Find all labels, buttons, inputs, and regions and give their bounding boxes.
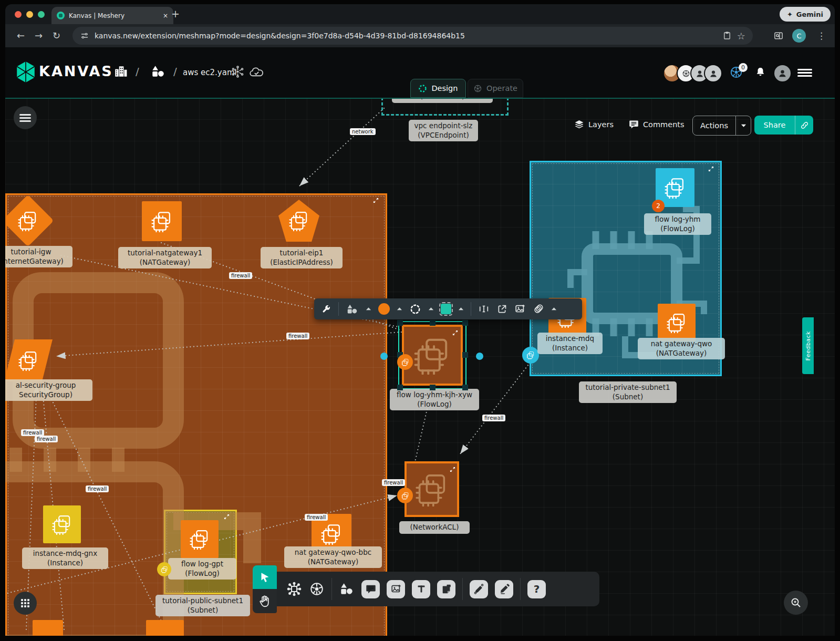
flowlog-gpt-badge[interactable] [157,562,171,576]
user-avatar[interactable] [773,64,792,82]
freehand-draw-tool-button[interactable] [495,580,513,598]
expand-icon[interactable] [224,514,230,520]
tab-operate[interactable]: Operate [468,79,523,98]
node-label-instance-gnx[interactable]: instance-mdq-gnx(Instance) [22,547,108,569]
browser-profile-avatar[interactable]: C [792,29,806,43]
chevron-up-icon[interactable] [428,307,434,311]
pan-tool-button[interactable] [253,589,277,613]
window-zoom-button[interactable] [38,11,45,18]
node-label-natgateway1[interactable]: tutorial-natgateway1(NATGateway) [118,247,212,268]
node-label-network-acl[interactable]: (NetworkACL) [399,521,470,534]
edge-pen-tool-button[interactable] [470,580,488,598]
node-flowlog-gpt[interactable] [181,520,219,558]
meshsync-snowflake-icon[interactable] [231,65,244,78]
tab-close-icon[interactable]: × [163,12,168,19]
node-label-flowlog-kjh[interactable]: flow log-yhm-kjh-xyw(FlowLog) [390,389,479,410]
configure-wrench-icon[interactable] [320,304,331,315]
feedback-tab[interactable]: Feedback [802,317,814,374]
edge-port[interactable] [380,353,388,360]
share-button[interactable]: Share [754,116,813,135]
expand-icon[interactable] [452,330,458,336]
rings-tool-icon[interactable] [533,303,544,315]
node-label-instance-mdq[interactable]: instance-mdq(Instance) [537,333,603,354]
open-in-new-icon[interactable] [496,304,507,315]
bookmark-star-icon[interactable]: ☆ [737,30,745,42]
node-flowlog-kjh-selected[interactable] [402,325,463,386]
rename-icon[interactable] [478,303,490,315]
shapes-grid-fab[interactable] [14,592,37,615]
node-nat-gateway-qwo[interactable] [658,304,696,342]
node-label-igw[interactable]: tutorial-igw(InternetGateway) [5,246,72,267]
reload-icon[interactable]: ↻ [53,29,60,43]
browser-menu-icon[interactable]: ⋮ [817,29,826,43]
node-label-public-subnet[interactable]: tutorial-public-subnet1(Subnet) [155,595,250,616]
node-nat-gateway-1[interactable] [142,201,182,241]
node-label-private-subnet[interactable]: tutorial-private-subnet1(Subnet) [579,381,677,403]
node-partial[interactable] [146,620,184,636]
shapes-breadcrumb-icon[interactable] [150,65,166,78]
image-tool-button[interactable] [387,580,405,598]
text-tool-button[interactable] [412,580,430,598]
canvas-menu-fab[interactable] [14,106,37,129]
actions-button[interactable]: Actions [692,116,751,136]
chevron-up-icon[interactable] [366,307,371,311]
help-button[interactable]: ? [527,580,546,598]
url-bar[interactable]: kanvas.new/extension/meshmap?mode=design… [72,27,753,45]
kubernetes-tool-icon[interactable] [309,581,325,597]
back-icon[interactable]: ← [17,29,25,43]
tab-design[interactable]: Design [410,79,466,98]
expand-icon[interactable] [373,198,379,203]
shapes-tool-icon[interactable] [346,304,359,315]
save-icon[interactable] [722,31,732,40]
url-text[interactable]: kanvas.new/extension/meshmap?mode=design… [95,32,717,40]
node-label-natgateway-bbc[interactable]: nat gateway-qwo-bbc(NATGateway) [284,546,382,568]
group-tool-icon[interactable] [441,304,451,314]
collaborator-avatar[interactable] [704,64,722,82]
forward-icon[interactable]: → [35,29,43,43]
lasso-select-icon[interactable] [409,303,421,315]
design-file-name[interactable]: aws ec2.yaml [183,68,237,77]
zoom-fab[interactable] [784,591,808,615]
node-label-securitygroup[interactable]: al-security-groupSecurityGroup) [5,379,92,401]
header-menu-icon[interactable] [797,67,812,78]
note-tool-button[interactable] [437,580,455,598]
copy-link-icon[interactable] [795,121,813,130]
organization-icon[interactable] [113,64,128,79]
expand-icon[interactable] [708,166,714,172]
edge-port[interactable] [476,353,483,360]
comment-tool-button[interactable] [361,580,380,598]
node-label-flowlog-gpt[interactable]: flow log-gpt(FlowLog) [168,558,236,580]
window-minimize-button[interactable] [26,11,33,18]
select-tool-button[interactable] [253,565,277,589]
design-canvas[interactable]: (RouteTable) vpc endpoint-slz(VPCEndpoin… [5,98,835,636]
chevron-up-icon[interactable] [458,307,464,311]
node-label-vpcendpoint[interactable]: vpc endpoint-slz(VPCEndpoint) [409,120,478,141]
window-close-button[interactable] [15,11,22,18]
node-instance-gnx[interactable] [43,505,81,543]
browser-tab[interactable]: Kanvas | Meshery × [51,7,173,24]
node-network-acl[interactable] [405,461,459,517]
expand-icon[interactable] [450,467,455,472]
components-tool-icon[interactable] [286,581,302,597]
kanvas-logo-icon[interactable] [16,61,36,83]
node-port-circle[interactable] [522,347,539,364]
site-settings-icon[interactable] [80,31,89,40]
node-label-natgateway-qwo[interactable]: nat gateway-qwo(NATGateway) [638,338,725,359]
collaborator-avatars[interactable] [663,64,722,82]
layers-button[interactable]: Layers [574,119,614,130]
comments-button[interactable]: Comments [628,119,685,130]
chevron-up-icon[interactable] [551,307,557,311]
add-image-icon[interactable] [514,303,526,315]
node-label-flowlog-yhm[interactable]: flow log-yhm(FlowLog) [644,213,711,235]
flowlog-kjh-badge[interactable] [397,354,413,370]
fill-color-swatch[interactable] [378,303,390,315]
chevron-up-icon[interactable] [397,307,402,311]
notifications-bell-icon[interactable] [754,66,766,78]
node-label-eip1[interactable]: tutorial-eip1(ElasticIPAddress) [261,247,343,268]
new-tab-button[interactable]: + [171,9,180,19]
caret-down-icon[interactable] [736,123,751,128]
side-panel-icon[interactable] [773,30,784,41]
cloud-sync-icon[interactable] [249,66,264,78]
network-acl-badge[interactable] [397,488,413,503]
gemini-button[interactable]: ✦ Gemini [780,7,831,22]
